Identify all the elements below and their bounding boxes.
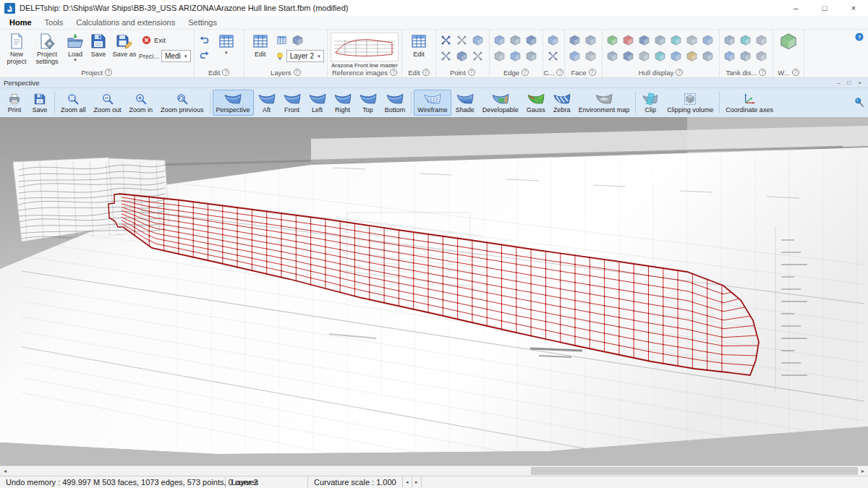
perspective-view-button[interactable]: Perspective xyxy=(213,90,254,116)
face-tool-button-2[interactable] xyxy=(584,33,598,47)
zoom-in-button[interactable]: Zoom in xyxy=(126,90,157,116)
left-view-button[interactable]: Left xyxy=(305,90,330,116)
point-tool-button-4[interactable] xyxy=(439,49,454,63)
curvature-increase-button[interactable]: ▸ xyxy=(412,476,422,488)
curve-tool-button-1[interactable] xyxy=(546,33,561,47)
hull-display-button-7[interactable] xyxy=(701,33,715,47)
hull-display-button-5[interactable] xyxy=(669,33,684,47)
hull-display-button-4[interactable] xyxy=(653,33,668,47)
tank-display-button-2[interactable] xyxy=(739,33,753,47)
minimize-button[interactable]: – xyxy=(781,0,810,16)
gauss-mode-button[interactable]: Gauss xyxy=(523,90,549,116)
save-view-button[interactable]: Save xyxy=(27,90,52,116)
group-help-icon[interactable]: ? xyxy=(759,69,766,76)
clip-button[interactable]: Clip xyxy=(638,90,663,116)
new-project-button[interactable]: New project xyxy=(3,31,30,67)
tank-display-button-4[interactable] xyxy=(723,49,737,63)
hull-display-button-10[interactable] xyxy=(637,49,652,63)
layers-edit-button[interactable]: Edit xyxy=(247,31,273,59)
tab-settings[interactable]: Settings xyxy=(182,16,224,29)
layer-tool-button-1[interactable] xyxy=(275,33,289,47)
shade-mode-button[interactable]: Shade xyxy=(452,90,478,116)
active-layer-select[interactable]: Layer 2 ▼ xyxy=(286,50,324,62)
point-tool-button-1[interactable] xyxy=(439,33,454,47)
hull-display-button-1[interactable] xyxy=(605,33,620,47)
layer-tool-button-2[interactable] xyxy=(291,33,305,47)
bottom-view-button[interactable]: Bottom xyxy=(381,90,409,116)
group-help-icon[interactable]: ? xyxy=(556,69,563,76)
pin-toolbar-button[interactable] xyxy=(854,97,865,108)
pane-maximize-button[interactable]: □ xyxy=(847,80,851,86)
help-button[interactable] xyxy=(854,32,864,42)
edge-tool-button-3[interactable] xyxy=(524,33,539,47)
aft-view-button[interactable]: Aft xyxy=(255,90,279,116)
tab-home[interactable]: Home xyxy=(3,16,38,29)
group-help-icon[interactable]: ? xyxy=(676,69,683,76)
hull-display-button-3[interactable] xyxy=(637,33,652,47)
clipping-volume-button[interactable]: Clipping volume xyxy=(663,90,717,116)
edge-tool-button-5[interactable] xyxy=(509,49,523,63)
hull-display-button-8[interactable] xyxy=(605,49,620,63)
hull-display-button-13[interactable] xyxy=(685,49,699,63)
edit-mode-button[interactable]: Edit xyxy=(405,31,433,59)
redo-button[interactable] xyxy=(197,48,212,62)
group-help-icon[interactable]: ? xyxy=(589,69,596,76)
exit-button[interactable]: Exit xyxy=(139,33,191,47)
top-view-button[interactable]: Top xyxy=(356,90,380,116)
scrollbar-thumb[interactable] xyxy=(531,467,858,475)
window-tool-button[interactable] xyxy=(776,31,801,52)
maximize-button[interactable]: □ xyxy=(810,0,839,16)
edge-tool-button-4[interactable] xyxy=(493,49,507,63)
hull-display-button-6[interactable] xyxy=(685,33,699,47)
point-tool-button-3[interactable] xyxy=(471,33,485,47)
face-tool-button-4[interactable] xyxy=(584,49,598,63)
close-button[interactable]: × xyxy=(839,0,868,16)
save-as-button[interactable]: Save as xyxy=(110,31,139,59)
project-settings-button[interactable]: Project settings xyxy=(30,31,64,67)
curvature-decrease-button[interactable]: ◂ xyxy=(403,476,412,488)
tank-display-button-1[interactable] xyxy=(723,33,737,47)
zoom-out-button[interactable]: Zoom out xyxy=(90,90,125,116)
hull-display-button-14[interactable] xyxy=(701,49,715,63)
point-tool-button-6[interactable] xyxy=(471,49,485,63)
face-tool-button-3[interactable] xyxy=(568,49,582,63)
horizontal-scrollbar[interactable]: ◂ ▸ xyxy=(0,466,868,476)
tank-display-button-5[interactable] xyxy=(739,49,753,63)
group-help-icon[interactable]: ? xyxy=(468,69,475,76)
environment-map-button[interactable]: Environment map xyxy=(575,90,634,116)
edge-tool-button-6[interactable] xyxy=(524,49,539,63)
save-button[interactable]: Save xyxy=(87,31,110,59)
reference-image-button[interactable]: Arazona Front line master xyxy=(331,31,399,69)
pane-minimize-button[interactable]: – xyxy=(837,80,840,86)
hull-display-button-9[interactable] xyxy=(621,49,636,63)
group-help-icon[interactable]: ? xyxy=(422,69,430,76)
curve-tool-button-2[interactable] xyxy=(546,49,561,63)
coordinate-axes-button[interactable]: Coordinate axes xyxy=(722,90,777,116)
group-help-icon[interactable]: ? xyxy=(294,69,301,76)
face-tool-button-1[interactable] xyxy=(568,33,582,47)
undo-button[interactable] xyxy=(197,33,212,47)
group-help-icon[interactable]: ? xyxy=(105,69,112,76)
zoom-previous-button[interactable]: Zoom previous xyxy=(157,90,208,116)
zebra-mode-button[interactable]: Zebra xyxy=(550,90,574,116)
3d-viewport-canvas[interactable] xyxy=(0,117,868,466)
hull-display-button-12[interactable] xyxy=(669,49,684,63)
hull-display-button-11[interactable] xyxy=(653,49,668,63)
developable-mode-button[interactable]: Developable xyxy=(479,90,522,116)
hull-display-button-2[interactable] xyxy=(621,33,636,47)
edge-tool-button-2[interactable] xyxy=(509,33,523,47)
tank-display-button-3[interactable] xyxy=(754,33,769,47)
group-help-icon[interactable]: ? xyxy=(222,69,229,76)
zoom-all-button[interactable]: Zoom all xyxy=(57,90,90,116)
group-help-icon[interactable]: ? xyxy=(522,69,529,76)
group-help-icon[interactable]: ? xyxy=(390,69,397,76)
edit-clipboard-button[interactable]: ▼ xyxy=(212,31,241,57)
wireframe-mode-button[interactable]: Wireframe xyxy=(414,90,451,116)
load-button[interactable]: Load ▼ xyxy=(64,31,87,64)
pane-close-button[interactable]: × xyxy=(858,80,861,86)
scroll-left-arrow-icon[interactable]: ◂ xyxy=(0,466,10,476)
group-help-icon[interactable]: ? xyxy=(792,69,799,76)
tab-tools[interactable]: Tools xyxy=(38,16,70,29)
right-view-button[interactable]: Right xyxy=(331,90,355,116)
point-tool-button-5[interactable] xyxy=(455,49,469,63)
